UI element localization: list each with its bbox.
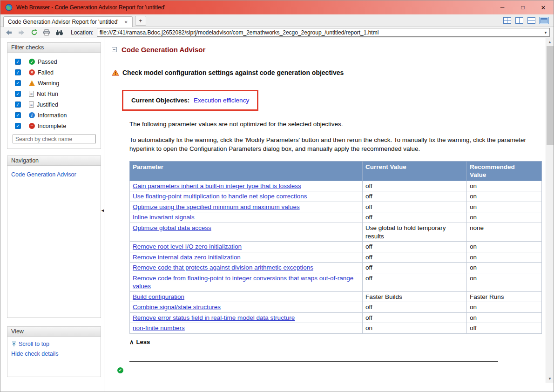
plus-icon: + [139,17,142,24]
parameter-cell: Remove root level I/O zero initializatio… [130,242,363,252]
print-button[interactable] [42,28,51,37]
scroll-up-button[interactable]: ▲ [546,38,554,46]
filter-item-not-run[interactable]: Not Run [7,88,101,99]
chevron-left-icon: ◄ [101,208,105,213]
parameter-link[interactable]: Inline invariant signals [133,214,195,221]
checkbox-checked[interactable] [15,112,21,118]
parameter-cell: Use floating-point multiplication to han… [130,191,363,202]
maximize-button[interactable]: □ [513,0,533,14]
checkbox-checked[interactable] [15,91,21,97]
current-value: off [363,191,467,202]
close-button[interactable]: ✕ [533,0,554,14]
filter-item-information[interactable]: Information [7,110,101,121]
tile-columns-button[interactable] [515,17,524,24]
new-tab-button[interactable]: + [135,16,146,26]
checkbox-checked[interactable] [15,101,21,108]
checkbox-checked[interactable] [15,80,21,86]
current-value: Use global to hold temporary results [363,223,467,241]
parameter-link[interactable]: Gain parameters inherit a built-in integ… [133,182,301,189]
view-panel-body: Scroll to top Hide check details [7,337,101,377]
current-value: off [363,242,467,252]
recommended-value: none [467,223,542,241]
recommended-value: on [467,202,542,212]
checkbox-checked[interactable] [15,123,21,129]
filter-item-justified[interactable]: Justified [7,99,101,110]
parameter-table: Parameter Current Value Recommended Valu… [129,161,542,334]
search-input[interactable] [13,135,96,143]
tile-grid-button[interactable] [503,17,512,24]
table-row: Build configurationFaster BuildsFaster R… [130,291,542,302]
current-value: off [363,202,467,212]
parameter-link[interactable]: Optimize using the specified minimum and… [133,203,300,210]
tab-bar: Code Generation Advisor Report for 'unti… [0,14,554,27]
tile-rows-icon [527,17,535,24]
failed-icon [29,69,35,75]
parameter-cell: Remove code from floating-point to integ… [130,273,363,291]
navigation-panel-body: Code Generation Advisor [7,166,101,318]
checkbox-checked[interactable] [15,69,21,75]
globe-icon [5,4,13,11]
parameter-link[interactable]: Optimize global data access [133,224,211,231]
parameter-cell: Combine signal/state structures [130,302,363,313]
vertical-scrollbar[interactable]: ▲ ▼ [546,38,554,383]
hide-check-details-row: Hide check details [11,351,97,357]
sidebar-link-code-generation-advisor[interactable]: Code Generation Advisor [11,171,76,178]
sidebar-collapse-handle[interactable]: ◄ [101,209,105,213]
parameter-cell: Optimize global data access [130,223,363,241]
current-value: off [363,302,467,313]
parameter-link[interactable]: non-finite numbers [133,324,185,331]
recommended-value: Faster Runs [467,291,542,302]
tab-report[interactable]: Code Generation Advisor Report for 'unti… [3,16,133,27]
parameter-link[interactable]: Remove root level I/O zero initializatio… [133,243,242,250]
check-heading: Check model configuration settings again… [112,69,554,76]
filter-item-incomplete[interactable]: Incomplete [7,121,101,131]
section-divider [129,361,498,362]
warning-icon [29,80,35,86]
minimize-button[interactable]: ─ [492,0,513,14]
navigation-panel: Navigation Code Generation Advisor [7,155,101,318]
table-row: Remove internal data zero initialization… [130,252,542,263]
view-panel: View Scroll to top Hide check details [7,326,101,377]
scroll-to-top-icon [11,341,17,347]
tile-rows-button[interactable] [527,17,536,24]
tile-single-button[interactable] [539,17,549,24]
parameter-link[interactable]: Combine signal/state structures [133,304,221,311]
parameter-link[interactable]: Remove internal data zero initialization [133,254,241,261]
location-label: Location: [71,29,94,36]
parameter-link[interactable]: Remove error status field in real-time m… [133,314,295,321]
parameter-cell: Inline invariant signals [130,212,363,223]
parameter-link[interactable]: Use floating-point multiplication to han… [133,193,307,200]
forward-button[interactable] [17,28,26,37]
back-button[interactable] [4,28,14,37]
tab-label: Code Generation Advisor Report for 'unti… [8,19,118,25]
find-button[interactable] [54,28,64,37]
refresh-button[interactable] [29,28,39,37]
url-input[interactable] [97,29,542,36]
parameter-link[interactable]: Remove code that protects against divisi… [133,264,313,271]
warning-triangle-icon [112,69,119,76]
maximize-icon: □ [521,4,524,11]
section-collapse-toggle[interactable]: − [112,47,117,52]
justified-icon [29,101,34,108]
scroll-down-button[interactable]: ▼ [546,375,554,383]
sidebar-link-scroll-to-top[interactable]: Scroll to top [19,341,49,347]
layout-controls [503,17,549,24]
sidebar-link-hide-check-details[interactable]: Hide check details [11,351,58,357]
objectives-value-link[interactable]: Execution efficiency [194,97,249,104]
scrollbar-thumb[interactable] [547,46,554,145]
tab-close-icon[interactable]: ✕ [124,20,128,25]
parameter-cell: Gain parameters inherit a built-in integ… [130,181,363,191]
recommended-value: on [467,242,542,252]
parameter-link[interactable]: Build configuration [133,293,184,300]
checkbox-checked[interactable] [15,59,21,65]
chevron-down-icon: ▾ [545,30,547,35]
filter-item-label: Failed [38,69,54,76]
parameter-link[interactable]: Remove code from floating-point to integ… [133,275,353,290]
less-toggle[interactable]: ∧ Less [129,338,157,345]
filter-item-passed[interactable]: Passed [7,56,101,67]
current-objectives-box: Current Objectives: Execution efficiency [122,90,258,111]
objectives-label: Current Objectives: [131,97,189,104]
filter-item-failed[interactable]: Failed [7,67,101,78]
filter-item-warning[interactable]: Warning [7,78,101,88]
url-dropdown-button[interactable]: ▾ [542,28,549,36]
